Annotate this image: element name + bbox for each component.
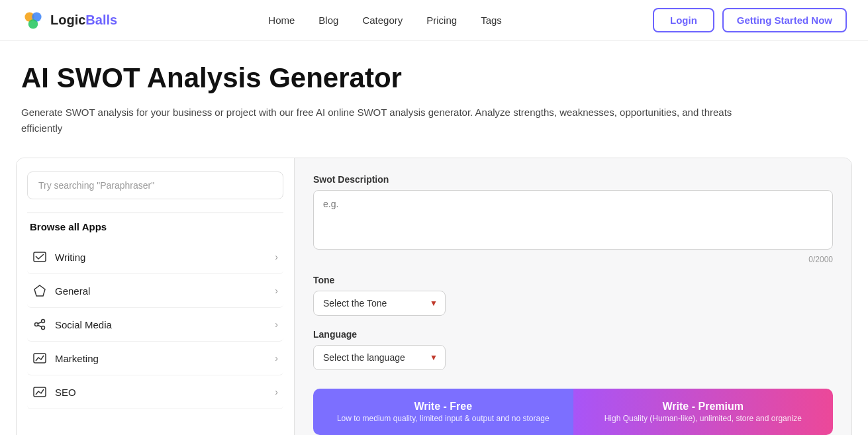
logo[interactable]: LogicBalls [21,9,117,32]
logo-text-balls: Balls [85,13,117,27]
svg-point-5 [42,320,45,323]
logo-text-logic: Logic [50,13,85,27]
write-free-title: Write - Free [326,401,560,412]
write-premium-subtitle: High Quality (Human-like), unlimited, st… [587,414,820,423]
svg-marker-4 [34,285,45,296]
marketing-icon [32,351,47,365]
page-title: AI SWOT Analysis Generator [21,62,847,94]
chevron-right-icon: › [275,285,278,296]
sidebar-item-general[interactable]: General › [27,274,283,308]
sidebar-label-marketing: Marketing [55,353,99,364]
nav-tags[interactable]: Tags [481,15,502,26]
nav-category[interactable]: Category [362,15,403,26]
write-buttons: Write - Free Low to medium quality, limi… [313,389,833,435]
language-label: Language [313,329,833,340]
chevron-right-icon: › [275,353,278,363]
general-icon [32,283,47,298]
svg-line-9 [38,325,42,327]
browse-title: Browse all Apps [27,221,283,232]
writing-icon [32,250,47,264]
search-box[interactable]: Try searching "Paraphraser" [27,171,283,199]
tone-section: Tone Select the Tone ▼ [313,275,833,316]
tone-select-wrapper: Select the Tone ▼ [313,291,446,316]
write-premium-button[interactable]: Write - Premium High Quality (Human-like… [573,389,834,435]
page-description: Generate SWOT analysis for your business… [21,105,749,136]
hero-section: AI SWOT Analysis Generator Generate SWOT… [0,41,868,147]
sidebar-item-writing[interactable]: Writing › [27,240,283,274]
tone-label: Tone [313,275,833,285]
svg-rect-3 [34,252,46,262]
login-button[interactable]: Login [653,8,714,32]
write-free-button[interactable]: Write - Free Low to medium quality, limi… [313,389,573,435]
write-free-subtitle: Low to medium quality, limited input & o… [326,414,560,423]
social-media-icon [32,317,47,332]
language-section: Language Select the language ▼ [313,329,833,370]
sidebar-label-social-media: Social Media [55,319,112,330]
chevron-right-icon: › [275,319,278,330]
chevron-right-icon: › [275,387,278,397]
sidebar-item-seo[interactable]: SEO › [27,375,283,409]
swot-description-label: Swot Description [313,174,833,185]
sidebar-label-general: General [55,285,90,297]
nav-pricing[interactable]: Pricing [426,15,457,26]
swot-description-input[interactable] [313,190,833,250]
nav-blog[interactable]: Blog [318,15,338,26]
char-count: 0/2000 [313,255,833,264]
language-select-wrapper: Select the language ▼ [313,345,446,370]
sidebar-label-writing: Writing [55,252,85,263]
svg-point-6 [35,323,38,326]
getting-started-button[interactable]: Getting Started Now [722,8,847,32]
header-buttons: Login Getting Started Now [653,8,847,32]
chevron-right-icon: › [275,252,278,262]
sidebar-item-marketing[interactable]: Marketing › [27,342,283,375]
tone-select[interactable]: Select the Tone [313,291,446,316]
main-content: Try searching "Paraphraser" Browse all A… [16,158,852,435]
logo-icon [21,9,45,32]
sidebar-item-social-media[interactable]: Social Media › [27,308,283,342]
language-select[interactable]: Select the language [313,345,446,370]
write-premium-title: Write - Premium [587,401,820,412]
main-nav: Home Blog Category Pricing Tags [268,15,501,26]
svg-line-8 [38,322,42,324]
sidebar-label-seo: SEO [55,387,76,398]
svg-point-7 [42,326,45,330]
right-panel: Swot Description 0/2000 Tone Select the … [295,158,851,435]
svg-point-2 [28,19,38,28]
nav-home[interactable]: Home [268,15,295,26]
header: LogicBalls Home Blog Category Pricing Ta… [0,0,868,41]
seo-icon [32,385,47,399]
divider [27,213,283,213]
search-placeholder: Try searching "Paraphraser" [38,180,154,191]
sidebar: Try searching "Paraphraser" Browse all A… [17,158,295,435]
